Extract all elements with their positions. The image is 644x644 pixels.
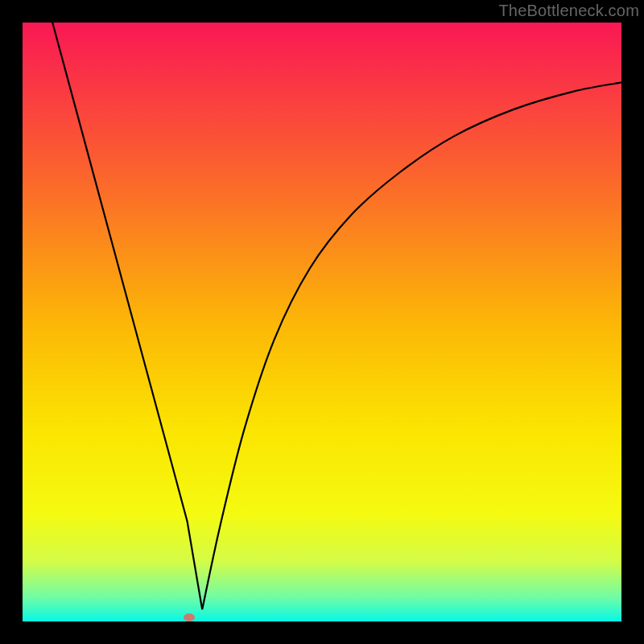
plot-area bbox=[23, 23, 621, 621]
optimal-point-marker bbox=[184, 613, 195, 621]
watermark-text: TheBottleneck.com bbox=[498, 2, 639, 20]
bottleneck-curve bbox=[23, 23, 621, 621]
